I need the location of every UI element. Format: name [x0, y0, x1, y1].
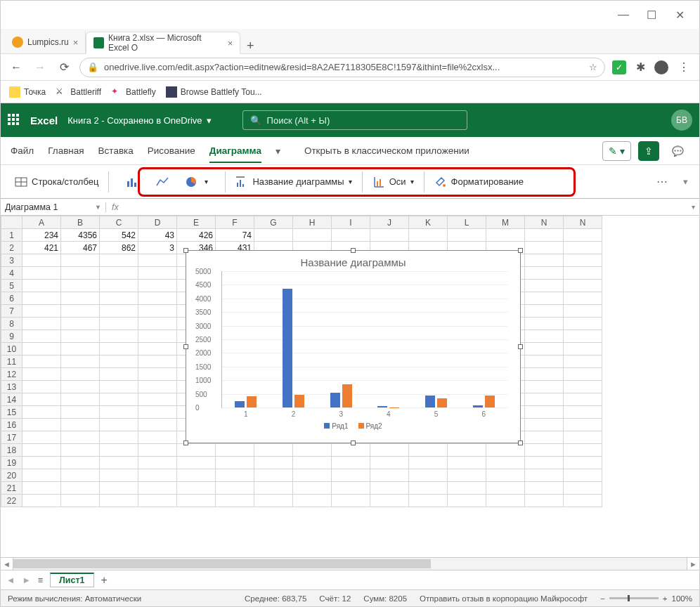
- chart-object[interactable]: Название диаграммы 050010001500200025003…: [186, 250, 521, 443]
- sheet-tab[interactable]: Лист1: [50, 573, 93, 587]
- forward-button[interactable]: →: [32, 61, 48, 74]
- axes-button[interactable]: Оси ▾: [368, 171, 418, 193]
- tab-close-icon[interactable]: ×: [228, 38, 233, 48]
- bookmark-item[interactable]: ✦Battlefly: [111, 86, 156, 98]
- paint-icon: [434, 176, 447, 188]
- tab-title: Lumpics.ru: [27, 37, 69, 47]
- zoom-in-button[interactable]: +: [663, 594, 668, 603]
- search-placeholder: Поиск (Alt + Ы): [267, 115, 330, 126]
- menu-button[interactable]: ⋮: [675, 60, 692, 74]
- chevron-down-icon: ▾: [205, 178, 208, 185]
- zoom-level: 100%: [672, 594, 692, 603]
- document-title[interactable]: Книга 2 - Сохранено в OneDrive▾: [67, 115, 211, 126]
- reload-button[interactable]: ⟳: [56, 60, 72, 74]
- switch-row-column-button[interactable]: Строка/столбец: [11, 171, 103, 193]
- zoom-out-button[interactable]: −: [600, 594, 605, 603]
- editing-mode-button[interactable]: ✎▾: [602, 141, 631, 161]
- svg-point-15: [443, 184, 446, 187]
- svg-rect-8: [240, 180, 241, 187]
- tab-title: Книга 2.xlsx — Microsoft Excel O: [108, 33, 223, 53]
- formatting-button[interactable]: Форматирование: [430, 171, 529, 193]
- search-box[interactable]: 🔍 Поиск (Alt + Ы): [242, 110, 467, 130]
- bar-chart-button[interactable]: [122, 171, 144, 193]
- scroll-left-button[interactable]: ◄: [1, 558, 13, 570]
- browser-tab-1[interactable]: Книга 2.xlsx — Microsoft Excel O ×: [86, 32, 240, 54]
- close-button[interactable]: ✕: [666, 4, 694, 25]
- spreadsheet-grid[interactable]: ABCDEFGHIJKLMNN1234435654243426742421467…: [1, 216, 699, 557]
- ribbon: Строка/столбец ▾ Название диаграммы ▾ Ос…: [1, 165, 699, 199]
- profile-avatar[interactable]: [654, 60, 668, 74]
- open-in-desktop-button[interactable]: Открыть в классическом приложении: [304, 145, 469, 156]
- status-bar: Режим вычисления: Автоматически Среднее:…: [1, 589, 699, 606]
- formula-bar: Диаграмма 1▼ fx ▾: [1, 199, 699, 216]
- all-sheets-button[interactable]: ≡: [38, 575, 43, 585]
- share-button[interactable]: ⇪: [638, 141, 659, 161]
- chevron-down-icon[interactable]: ▾: [687, 203, 699, 211]
- chevron-down-icon: ▾: [207, 115, 212, 126]
- pie-chart-icon: [185, 176, 199, 188]
- browser-tab-0[interactable]: Lumpics.ru ×: [5, 31, 86, 53]
- bookmark-icon: ⚔: [56, 86, 67, 98]
- window-titlebar: — ☐ ✕: [1, 1, 699, 29]
- svg-rect-9: [242, 184, 244, 187]
- comments-button[interactable]: 💬: [666, 141, 689, 161]
- fx-label: fx: [106, 202, 124, 212]
- comment-icon: 💬: [672, 145, 684, 157]
- share-icon: ⇪: [644, 145, 653, 157]
- bookmark-item[interactable]: Точка: [9, 86, 46, 98]
- horizontal-scrollbar[interactable]: ◄ ►: [1, 557, 699, 570]
- svg-rect-5: [134, 183, 136, 187]
- ribbon-tab-file[interactable]: Файл: [11, 145, 34, 156]
- extension-icon[interactable]: ✱: [633, 60, 647, 74]
- sheet-tab-bar: ◄ ► ≡ Лист1 +: [1, 570, 699, 589]
- chart-legend[interactable]: Ряд1 Ряд2: [186, 422, 520, 430]
- url-text: onedrive.live.com/edit.aspx?action=editn…: [104, 62, 500, 72]
- svg-rect-14: [380, 179, 381, 186]
- ribbon-tab-chart[interactable]: Диаграмма: [209, 138, 261, 163]
- bookmark-item[interactable]: Browse Battlefy Tou...: [166, 86, 262, 98]
- chart-title-text[interactable]: Название диаграммы: [186, 251, 520, 271]
- app-name: Excel: [30, 115, 58, 126]
- maximize-button[interactable]: ☐: [637, 4, 666, 25]
- status-count: Счёт: 12: [319, 594, 351, 603]
- chart-plot-area[interactable]: 0500100015002000250030003500400045005000…: [221, 271, 507, 408]
- sheet-next-button[interactable]: ►: [22, 575, 30, 585]
- pie-chart-button[interactable]: ▾: [181, 171, 212, 193]
- scroll-right-button[interactable]: ►: [687, 558, 699, 570]
- back-button[interactable]: ←: [8, 61, 25, 74]
- chart-type-group: ▾: [115, 169, 219, 195]
- svg-rect-7: [237, 183, 238, 187]
- excel-header: Excel Книга 2 - Сохранено в OneDrive▾ 🔍 …: [1, 103, 699, 137]
- chevron-down-icon: ▾: [349, 178, 352, 185]
- extension-icon[interactable]: ✓: [612, 60, 626, 74]
- zoom-control[interactable]: − + 100%: [600, 594, 692, 603]
- tab-close-icon[interactable]: ×: [73, 37, 79, 48]
- chevron-down-icon[interactable]: ▾: [679, 176, 692, 187]
- svg-rect-13: [377, 181, 378, 186]
- minimize-button[interactable]: —: [609, 4, 637, 25]
- new-tab-button[interactable]: +: [240, 39, 260, 53]
- url-input[interactable]: 🔒 onedrive.live.com/edit.aspx?action=edi…: [79, 58, 605, 77]
- add-sheet-button[interactable]: +: [101, 574, 108, 587]
- chevron-down-icon: ▾: [410, 178, 414, 185]
- switch-icon: [15, 176, 27, 188]
- feedback-link[interactable]: Отправить отзыв в корпорацию Майкрософт: [420, 594, 588, 603]
- bookmarks-bar: Точка ⚔Battleriff ✦Battlefly Browse Batt…: [1, 81, 699, 103]
- app-launcher-icon[interactable]: [8, 114, 20, 126]
- chart-title-button[interactable]: Название диаграммы ▾: [231, 171, 356, 193]
- user-avatar[interactable]: БВ: [671, 110, 692, 131]
- chevron-down-icon: ▾: [620, 145, 625, 157]
- line-chart-icon: [155, 176, 169, 188]
- ribbon-tab-insert[interactable]: Вставка: [98, 145, 134, 156]
- svg-rect-3: [127, 181, 129, 187]
- favicon-icon: [12, 37, 23, 48]
- bookmark-item[interactable]: ⚔Battleriff: [56, 86, 101, 98]
- ribbon-overflow-button[interactable]: ⋯: [656, 175, 673, 188]
- line-chart-button[interactable]: [151, 171, 174, 193]
- name-box[interactable]: Диаграмма 1▼: [1, 202, 106, 212]
- ribbon-tab-home[interactable]: Главная: [48, 145, 84, 156]
- sheet-prev-button[interactable]: ◄: [6, 575, 15, 585]
- ribbon-tab-draw[interactable]: Рисование: [148, 145, 195, 156]
- chevron-down-icon[interactable]: ▾: [276, 145, 280, 157]
- star-icon[interactable]: ☆: [589, 62, 597, 72]
